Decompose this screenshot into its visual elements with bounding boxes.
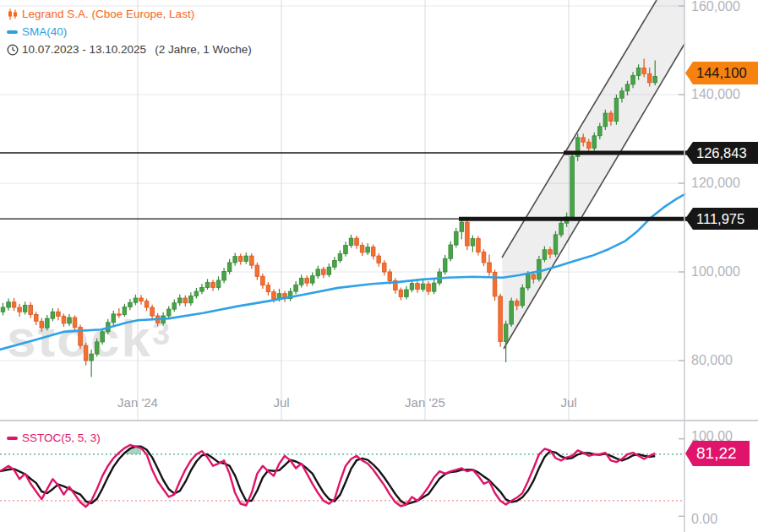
legend-sma-label: SMA(40) xyxy=(22,25,67,38)
trend-channel xyxy=(502,0,684,349)
candle xyxy=(499,296,503,342)
legend-item-instrument[interactable]: Legrand S.A. (Cboe Europe, Last) xyxy=(7,5,252,23)
candle xyxy=(570,157,575,217)
candle xyxy=(620,91,624,98)
candle xyxy=(166,309,171,316)
legend-item-range[interactable]: 10.07.2023 - 13.10.2025 (2 Jahre, 1 Woch… xyxy=(7,41,252,58)
candle xyxy=(233,257,237,263)
candle xyxy=(338,253,342,260)
candle xyxy=(272,292,276,299)
candlestick-icon xyxy=(7,8,22,20)
candle xyxy=(200,287,204,291)
clock-icon xyxy=(7,44,22,56)
candle xyxy=(40,321,44,328)
candle xyxy=(57,312,61,316)
candle xyxy=(95,342,99,354)
candle xyxy=(471,239,475,246)
candle xyxy=(101,332,105,342)
candle xyxy=(477,239,481,252)
candle xyxy=(1,307,5,312)
trading-chart-window: stock3 Legrand S.A. (Cboe Europe, Last) … xyxy=(0,0,758,532)
candle xyxy=(294,285,298,291)
candle xyxy=(117,314,122,315)
candle xyxy=(449,245,453,258)
candle xyxy=(112,314,116,323)
candle xyxy=(12,302,16,307)
candle xyxy=(222,271,226,280)
candle xyxy=(68,318,72,323)
legend-instrument-label: Legrand S.A. (Cboe Europe, Last) xyxy=(22,8,194,20)
candle xyxy=(399,290,403,297)
candle xyxy=(310,276,314,283)
legend-item-sstoc[interactable]: SSTOC(5, 5, 3) xyxy=(7,429,101,447)
candle xyxy=(636,68,641,76)
candle xyxy=(322,269,326,274)
candle xyxy=(504,324,508,341)
price-tick-80000: 80,000 xyxy=(691,353,757,368)
candle xyxy=(537,259,542,279)
candle xyxy=(382,263,386,273)
candle xyxy=(416,284,420,290)
candle xyxy=(460,222,464,231)
candle xyxy=(609,113,613,121)
candle xyxy=(299,278,303,285)
candle xyxy=(586,142,591,148)
candle xyxy=(349,238,353,245)
candle xyxy=(421,284,425,289)
candle xyxy=(548,250,553,254)
candle xyxy=(7,302,11,307)
date-tick-jul25: Jul xyxy=(531,395,607,410)
level-tag-111975: 111,975 xyxy=(685,208,758,230)
candle xyxy=(194,291,199,296)
candle xyxy=(189,296,194,302)
legend-item-sma[interactable]: SMA(40) xyxy=(7,23,252,41)
candle xyxy=(266,285,270,292)
date-tick-jan24: Jan '24 xyxy=(100,395,176,410)
candle xyxy=(592,136,597,149)
candle xyxy=(355,238,359,245)
candle xyxy=(216,280,221,287)
candle xyxy=(526,274,531,288)
candle xyxy=(305,278,309,283)
price-tick-160000: 160,000 xyxy=(691,0,757,14)
chart-legend: Legrand S.A. (Cboe Europe, Last) SMA(40)… xyxy=(7,5,252,58)
chart-canvas[interactable] xyxy=(0,0,758,532)
candle xyxy=(84,345,88,361)
candle xyxy=(488,263,492,273)
price-tick-120000: 120,000 xyxy=(691,176,757,191)
candle xyxy=(515,301,519,306)
level-tag-126843: 126,843 xyxy=(685,142,758,164)
candle xyxy=(344,246,348,254)
candle xyxy=(177,298,182,303)
legend-range-label: 10.07.2023 - 13.10.2025 xyxy=(22,43,146,56)
sma-line-icon xyxy=(7,30,22,34)
legend-range-note: (2 Jahre, 1 Woche) xyxy=(155,43,252,56)
candle xyxy=(73,318,77,328)
candle xyxy=(482,252,486,263)
price-tick-140000: 140,000 xyxy=(691,87,757,102)
stoch-d-line xyxy=(0,447,655,504)
candle xyxy=(211,283,215,288)
candle xyxy=(625,84,630,91)
candle xyxy=(51,312,55,318)
candle xyxy=(510,301,514,324)
date-tick-jan25: Jan '25 xyxy=(387,395,463,410)
candle xyxy=(443,258,447,272)
candle xyxy=(598,127,603,136)
candle xyxy=(250,256,254,265)
candle xyxy=(327,267,331,274)
candle xyxy=(427,284,431,291)
candle xyxy=(183,298,188,303)
candle xyxy=(123,307,127,314)
candle xyxy=(454,231,458,245)
candle xyxy=(29,305,33,314)
candle xyxy=(410,284,414,290)
candle xyxy=(493,273,497,296)
stoch-tick-0: 0.00 xyxy=(691,512,757,527)
candle xyxy=(46,318,50,328)
candle xyxy=(145,301,149,307)
candle xyxy=(614,98,619,121)
stoch-value-tag: 81,22 xyxy=(685,441,750,466)
candle xyxy=(377,256,381,263)
candle xyxy=(631,75,635,84)
